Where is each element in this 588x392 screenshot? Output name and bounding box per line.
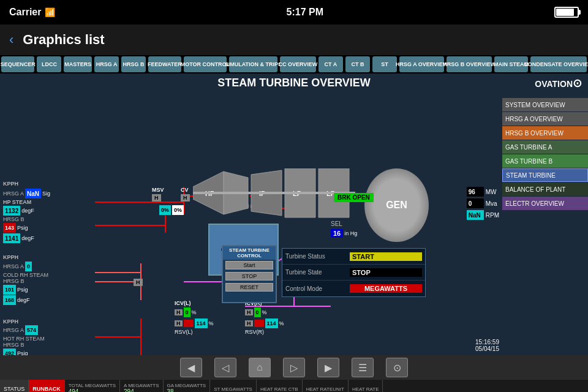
hrsgb-3: HRSG B [3,342,45,348]
reset-button[interactable]: RESET [225,283,273,292]
prev-button[interactable]: ◀ [180,358,202,377]
val-143: 143 [3,223,16,233]
tab-hrsgb-ov[interactable]: HRSG B OVERVIEW [447,56,492,72]
rp-hrsga-overview[interactable]: HRSG A OVERVIEW [502,112,588,126]
rp-system-overview[interactable]: SYSTEM OVERVIEW [502,98,588,111]
rpm-value: NaN [467,210,484,220]
footer-heat-rate-ctb: HEAT RATE CTB [257,380,303,392]
stop-button[interactable]: STOP [225,272,273,281]
icvl-group: ICV(L) H 0 % H 114 % RSV(L) [175,300,214,335]
menu-button[interactable]: ☰ [352,358,374,377]
rsvr-label: RSV(R) [245,329,284,335]
tab-main-steam[interactable]: MAIN STEAM [494,56,527,72]
tab-feedwater[interactable]: FEEDWATER [148,56,181,72]
degf-2: degF [21,235,34,241]
rp-balance-plant[interactable]: BALANCE OF PLANT [502,183,588,196]
tab-ctb[interactable]: CT B [345,56,370,72]
footer-runback: RUNBACK [29,380,65,392]
hot-rh-label: HOT RH STEAM [3,336,45,342]
rp-steam-turbine[interactable]: STEAM TURBINE [502,168,588,182]
a-mw-val: 294 [124,388,159,392]
prev2-icon: ◁ [222,362,229,374]
tab-hrsga[interactable]: HRSG A [94,56,119,72]
rp-hrsgb-overview[interactable]: HRSG B OVERVIEW [502,126,588,140]
bottom-toolbar: ◀ ◁ ⌂ ▷ ▶ ☰ ⊙ [0,355,588,380]
battery-indicator [554,7,579,18]
ga-mw-val: 38 [167,388,206,392]
footer-total-mw: TOTAL MEGAWATTS 494 [65,380,120,392]
msv-label: MSV [152,187,164,193]
turbine-status-label: Turbine Status [285,253,350,260]
next-button[interactable]: ▶ [317,358,339,377]
val-0a: 0 [25,262,32,271]
tab-masters[interactable]: MASTERS [64,56,92,72]
sel-group: SEL 16 in Hg [331,221,357,238]
cv-label: CV [181,187,189,193]
status-bar: Carrier 📶 5:17 PM [0,0,588,24]
footer: STATUS RUNBACK TOTAL MEGAWATTS 494 A MEG… [0,380,588,392]
tab-st[interactable]: ST [372,56,397,72]
hrsga-3: HRSG A [3,327,24,333]
mw-value: 96 [467,187,484,197]
tab-simulation[interactable]: SIMULATION & TRIPS [229,56,277,72]
tab-hrsgb[interactable]: HRSG B [121,56,146,72]
rp-electr-overview[interactable]: ELECTR OVERVIEW [502,197,588,210]
prev2-button[interactable]: ◁ [214,358,236,377]
start-button[interactable]: Start [225,261,273,270]
camera-button[interactable]: ⊙ [386,358,408,377]
mw-panel: 96 MW 0 Mva NaN RPM [467,187,499,220]
cold-rh-label: COLD RH STEAM [3,272,48,278]
gen-label: GEN [386,200,407,211]
rsvl-val: 114 [195,318,208,328]
back-button[interactable]: ‹ [9,32,13,48]
st-mw-label: ST MEGAWATTS [214,386,252,392]
rsvl-h-btn[interactable]: H [175,320,183,326]
a-mw-label: A MEGAWATTS [124,383,159,388]
footer-heat-rate-unit: HEAT RATEUNIT [303,380,349,392]
val-1132: 1132 [3,206,20,216]
brk-open: BRK OPEN [334,193,374,202]
psig-1: Psig [17,225,28,231]
icvr-h-btn[interactable]: H [245,309,253,315]
cv-h-button[interactable]: H [181,194,190,202]
battery-fill [556,9,574,16]
rsvl-indicator [184,320,194,327]
val-101: 101 [3,285,16,295]
footer-status: STATUS [0,380,29,392]
turbine-status-box: Turbine Status START Turbine State STOP … [282,248,426,297]
rsvr-val: 114 [265,318,278,328]
hot-rh-group: KPPH HRSG A 574 HOT RH STEAM HRSG B 492 … [3,318,45,355]
val-1141: 1141 [3,233,20,243]
crh-h-button[interactable]: H [134,279,143,286]
val-168: 168 [3,295,16,305]
main-content: STEAM TURBINE OVERVIEW OVATION⊙ SYSTEM O… [0,74,588,355]
home-button[interactable]: ⌂ [249,358,271,377]
time-display: 5:17 PM [287,7,323,18]
msv-h-button[interactable]: H [152,194,161,202]
sel-label: SEL [331,221,357,227]
rp-gas-turbine-b[interactable]: GAS TURBINE B [502,154,588,168]
tab-hrsga-ov[interactable]: HRSG A OVERVIEW [399,56,444,72]
tab-ldcc[interactable]: LDCC [37,56,61,72]
next2-button[interactable]: ▷ [283,358,305,377]
tab-cc-overview[interactable]: CC OVERVIEW [280,56,316,72]
footer-heat-rate: HEAT RATE [349,380,383,392]
svg-rect-26 [193,192,355,194]
tab-cta[interactable]: CT A [318,56,343,72]
page-title-header: Graphics list [23,32,104,48]
tab-sequencer[interactable]: SEQUENCER [1,56,34,72]
rsvr-pct: % [279,320,284,326]
icvl-val: 0 [184,307,190,317]
steam-turbine-control: STEAM TURBINE CONTROL Start STOP RESET [222,245,277,303]
control-mode-value: MEGAWATTS [350,284,422,293]
sel-value: 16 [331,229,343,238]
tab-motor-control[interactable]: MOTOR CONTROL [184,56,227,72]
rp-gas-turbine-a[interactable]: GAS TURBINE A [502,140,588,154]
icvr-pct: % [262,309,267,315]
degf-3: degF [17,297,30,303]
timestamp: 15:16:59 05/04/15 [475,339,499,352]
rsvr-h-btn[interactable]: H [245,320,253,326]
hrsg-a-group: HRSG A NaN Sig HP STEAM 1132 degF HRSG B… [3,189,50,243]
icvl-h-btn[interactable]: H [175,309,183,315]
tab-condensate[interactable]: CONDENSATE OVERVIEW [530,56,587,72]
